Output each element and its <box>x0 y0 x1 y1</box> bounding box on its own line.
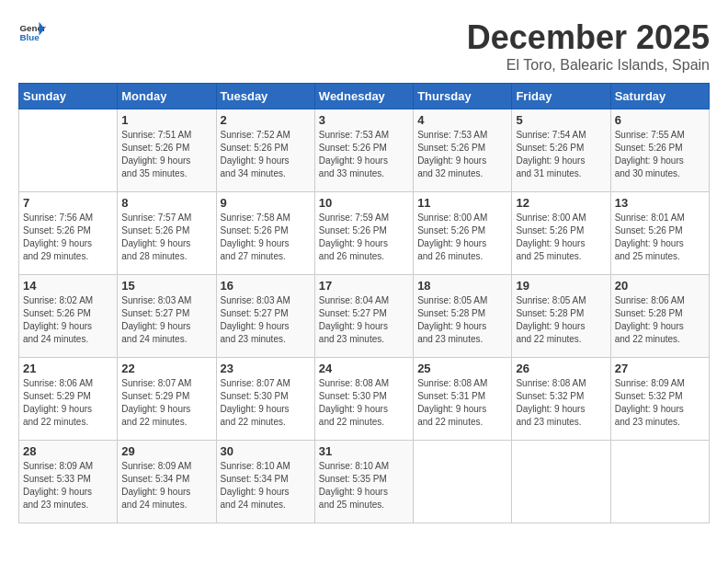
day-info: Sunrise: 7:52 AM Sunset: 5:26 PM Dayligh… <box>221 129 311 180</box>
day-number: 24 <box>319 362 409 375</box>
header-day-thursday: Thursday <box>414 84 512 109</box>
calendar-table: SundayMondayTuesdayWednesdayThursdayFrid… <box>18 83 710 523</box>
logo: General Blue <box>18 18 46 46</box>
day-number: 12 <box>516 196 606 210</box>
calendar-cell: 6Sunrise: 7:55 AM Sunset: 5:26 PM Daylig… <box>610 109 709 192</box>
day-number: 4 <box>417 113 507 127</box>
day-number: 11 <box>417 196 507 210</box>
day-number: 6 <box>615 113 705 127</box>
day-info: Sunrise: 8:09 AM Sunset: 5:34 PM Dayligh… <box>121 460 211 511</box>
calendar-cell: 26Sunrise: 8:08 AM Sunset: 5:32 PM Dayli… <box>512 358 610 441</box>
day-info: Sunrise: 7:51 AM Sunset: 5:26 PM Dayligh… <box>121 129 211 180</box>
calendar-cell: 4Sunrise: 7:53 AM Sunset: 5:26 PM Daylig… <box>414 109 512 192</box>
calendar-cell <box>19 109 118 192</box>
day-number: 19 <box>516 279 606 293</box>
day-info: Sunrise: 8:07 AM Sunset: 5:30 PM Dayligh… <box>221 377 311 429</box>
day-number: 13 <box>615 196 705 210</box>
day-info: Sunrise: 8:00 AM Sunset: 5:26 PM Dayligh… <box>516 212 606 263</box>
calendar-cell: 11Sunrise: 8:00 AM Sunset: 5:26 PM Dayli… <box>414 192 512 275</box>
calendar-cell <box>512 441 610 523</box>
day-info: Sunrise: 7:57 AM Sunset: 5:26 PM Dayligh… <box>121 212 211 263</box>
day-info: Sunrise: 8:09 AM Sunset: 5:32 PM Dayligh… <box>615 377 705 429</box>
calendar-cell: 14Sunrise: 8:02 AM Sunset: 5:26 PM Dayli… <box>19 275 118 358</box>
header: General Blue December 2025 El Toro, Bale… <box>18 18 710 74</box>
day-info: Sunrise: 8:00 AM Sunset: 5:26 PM Dayligh… <box>417 212 507 263</box>
calendar-cell: 31Sunrise: 8:10 AM Sunset: 5:35 PM Dayli… <box>314 441 413 523</box>
calendar-cell: 3Sunrise: 7:53 AM Sunset: 5:26 PM Daylig… <box>314 109 413 192</box>
week-row-3: 14Sunrise: 8:02 AM Sunset: 5:26 PM Dayli… <box>19 275 710 358</box>
day-number: 21 <box>23 362 113 375</box>
day-number: 18 <box>417 279 507 293</box>
day-number: 30 <box>221 444 311 458</box>
day-number: 20 <box>615 279 705 293</box>
day-info: Sunrise: 8:07 AM Sunset: 5:29 PM Dayligh… <box>121 377 211 429</box>
day-info: Sunrise: 7:56 AM Sunset: 5:26 PM Dayligh… <box>23 212 113 263</box>
day-number: 27 <box>615 362 705 375</box>
calendar-cell: 27Sunrise: 8:09 AM Sunset: 5:32 PM Dayli… <box>610 358 709 441</box>
calendar-cell: 8Sunrise: 7:57 AM Sunset: 5:26 PM Daylig… <box>118 192 216 275</box>
day-info: Sunrise: 8:02 AM Sunset: 5:26 PM Dayligh… <box>23 294 113 346</box>
calendar-cell: 9Sunrise: 7:58 AM Sunset: 5:26 PM Daylig… <box>216 192 314 275</box>
calendar-cell: 28Sunrise: 8:09 AM Sunset: 5:33 PM Dayli… <box>19 441 118 523</box>
calendar-cell: 22Sunrise: 8:07 AM Sunset: 5:29 PM Dayli… <box>118 358 216 441</box>
day-number: 31 <box>319 444 409 458</box>
week-row-5: 28Sunrise: 8:09 AM Sunset: 5:33 PM Dayli… <box>19 441 710 523</box>
calendar-cell: 19Sunrise: 8:05 AM Sunset: 5:28 PM Dayli… <box>512 275 610 358</box>
day-number: 17 <box>319 279 409 293</box>
day-number: 8 <box>121 196 211 210</box>
day-info: Sunrise: 7:53 AM Sunset: 5:26 PM Dayligh… <box>417 129 507 180</box>
header-day-tuesday: Tuesday <box>216 84 314 109</box>
calendar-cell: 5Sunrise: 7:54 AM Sunset: 5:26 PM Daylig… <box>512 109 610 192</box>
day-number: 14 <box>23 279 113 293</box>
day-info: Sunrise: 8:05 AM Sunset: 5:28 PM Dayligh… <box>417 294 507 346</box>
week-row-4: 21Sunrise: 8:06 AM Sunset: 5:29 PM Dayli… <box>19 358 710 441</box>
calendar-cell: 29Sunrise: 8:09 AM Sunset: 5:34 PM Dayli… <box>118 441 216 523</box>
day-info: Sunrise: 8:08 AM Sunset: 5:31 PM Dayligh… <box>417 377 507 429</box>
day-number: 22 <box>121 362 211 375</box>
header-day-wednesday: Wednesday <box>314 84 413 109</box>
header-day-sunday: Sunday <box>19 84 118 109</box>
calendar-cell: 1Sunrise: 7:51 AM Sunset: 5:26 PM Daylig… <box>118 109 216 192</box>
calendar-cell: 15Sunrise: 8:03 AM Sunset: 5:27 PM Dayli… <box>118 275 216 358</box>
header-day-saturday: Saturday <box>610 84 709 109</box>
calendar-cell: 13Sunrise: 8:01 AM Sunset: 5:26 PM Dayli… <box>610 192 709 275</box>
day-info: Sunrise: 8:06 AM Sunset: 5:28 PM Dayligh… <box>615 294 705 346</box>
calendar-cell: 20Sunrise: 8:06 AM Sunset: 5:28 PM Dayli… <box>610 275 709 358</box>
day-info: Sunrise: 8:03 AM Sunset: 5:27 PM Dayligh… <box>221 294 311 346</box>
calendar-cell: 10Sunrise: 7:59 AM Sunset: 5:26 PM Dayli… <box>314 192 413 275</box>
day-number: 10 <box>319 196 409 210</box>
logo-icon: General Blue <box>18 18 46 46</box>
calendar-cell: 7Sunrise: 7:56 AM Sunset: 5:26 PM Daylig… <box>19 192 118 275</box>
day-info: Sunrise: 8:01 AM Sunset: 5:26 PM Dayligh… <box>615 212 705 263</box>
day-number: 29 <box>121 444 211 458</box>
calendar-cell: 2Sunrise: 7:52 AM Sunset: 5:26 PM Daylig… <box>216 109 314 192</box>
day-number: 9 <box>221 196 311 210</box>
day-info: Sunrise: 7:58 AM Sunset: 5:26 PM Dayligh… <box>221 212 311 263</box>
week-row-1: 1Sunrise: 7:51 AM Sunset: 5:26 PM Daylig… <box>19 109 710 192</box>
day-number: 28 <box>23 444 113 458</box>
day-info: Sunrise: 7:53 AM Sunset: 5:26 PM Dayligh… <box>319 129 409 180</box>
day-info: Sunrise: 8:03 AM Sunset: 5:27 PM Dayligh… <box>121 294 211 346</box>
day-info: Sunrise: 8:04 AM Sunset: 5:27 PM Dayligh… <box>319 294 409 346</box>
calendar-cell: 18Sunrise: 8:05 AM Sunset: 5:28 PM Dayli… <box>414 275 512 358</box>
calendar-cell: 30Sunrise: 8:10 AM Sunset: 5:34 PM Dayli… <box>216 441 314 523</box>
day-number: 23 <box>221 362 311 375</box>
day-info: Sunrise: 7:59 AM Sunset: 5:26 PM Dayligh… <box>319 212 409 263</box>
day-number: 26 <box>516 362 606 375</box>
header-day-friday: Friday <box>512 84 610 109</box>
day-info: Sunrise: 7:54 AM Sunset: 5:26 PM Dayligh… <box>516 129 606 180</box>
calendar-cell <box>414 441 512 523</box>
day-info: Sunrise: 8:08 AM Sunset: 5:30 PM Dayligh… <box>319 377 409 429</box>
calendar-cell <box>610 441 709 523</box>
header-day-monday: Monday <box>118 84 216 109</box>
day-info: Sunrise: 8:10 AM Sunset: 5:34 PM Dayligh… <box>221 460 311 511</box>
day-info: Sunrise: 8:08 AM Sunset: 5:32 PM Dayligh… <box>516 377 606 429</box>
calendar-cell: 16Sunrise: 8:03 AM Sunset: 5:27 PM Dayli… <box>216 275 314 358</box>
calendar-cell: 25Sunrise: 8:08 AM Sunset: 5:31 PM Dayli… <box>414 358 512 441</box>
day-info: Sunrise: 8:09 AM Sunset: 5:33 PM Dayligh… <box>23 460 113 511</box>
day-info: Sunrise: 8:06 AM Sunset: 5:29 PM Dayligh… <box>23 377 113 429</box>
day-number: 15 <box>121 279 211 293</box>
day-number: 16 <box>221 279 311 293</box>
day-number: 2 <box>221 113 311 127</box>
week-row-2: 7Sunrise: 7:56 AM Sunset: 5:26 PM Daylig… <box>19 192 710 275</box>
